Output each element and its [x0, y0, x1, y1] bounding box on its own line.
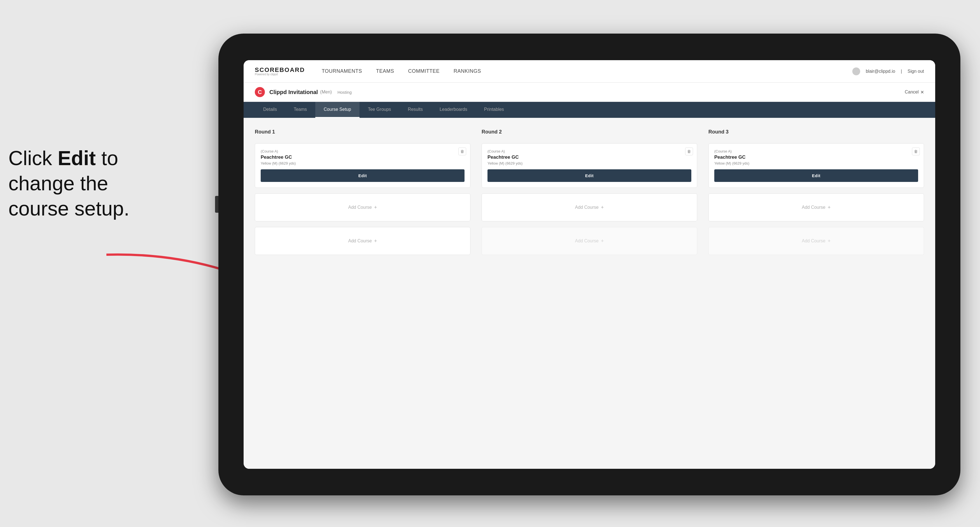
- tab-results[interactable]: Results: [399, 102, 431, 118]
- logo-sub: Powered by clippd: [255, 73, 305, 76]
- nav-rankings[interactable]: RANKINGS: [453, 68, 481, 74]
- round-1-add-course-1[interactable]: Add Course +: [255, 227, 470, 255]
- round-1-add-course-0[interactable]: Add Course +: [255, 194, 470, 221]
- round-1-course-info-0: Yellow (M) (6629 yds): [261, 161, 465, 165]
- user-avatar: [852, 67, 860, 75]
- instruction-text: Click Edit to change the course setup.: [0, 146, 162, 221]
- round-1-course-card-0: (Course A) Peachtree GC Yellow (M) (6629…: [255, 143, 470, 188]
- add-course-label-r3-0: Add Course: [802, 205, 826, 210]
- logo-main: SCOREBOARD: [255, 67, 305, 73]
- plus-icon-r2-1: +: [601, 238, 604, 244]
- round-1-delete-btn-0[interactable]: 🗑: [458, 148, 466, 156]
- tab-teams[interactable]: Teams: [285, 102, 315, 118]
- tab-bar: Details Teams Course Setup Tee Groups Re…: [243, 102, 935, 118]
- round-3-add-course-1: Add Course +: [708, 227, 924, 255]
- tab-course-setup[interactable]: Course Setup: [315, 102, 360, 118]
- cancel-button[interactable]: Cancel ✕: [905, 90, 924, 95]
- tournament-status: Hosting: [337, 90, 352, 95]
- round-1-course-name-0: Peachtree GC: [261, 154, 465, 160]
- top-navigation: SCOREBOARD Powered by clippd TOURNAMENTS…: [243, 60, 935, 83]
- plus-icon-r3-1: +: [828, 238, 831, 244]
- nav-tournaments[interactable]: TOURNAMENTS: [322, 68, 362, 74]
- add-course-label-r1-1: Add Course: [348, 238, 372, 243]
- instruction-part1: Click: [8, 147, 58, 169]
- round-3-course-card-0: (Course A) Peachtree GC Yellow (M) (6629…: [708, 143, 924, 188]
- round-3-add-course-0[interactable]: Add Course +: [708, 194, 924, 221]
- round-3-delete-btn-0[interactable]: 🗑: [912, 148, 920, 156]
- trash-icon-r2: 🗑: [687, 149, 691, 154]
- round-3-title: Round 3: [708, 129, 924, 135]
- tab-details[interactable]: Details: [255, 102, 285, 118]
- trash-icon: 🗑: [460, 149, 464, 154]
- separator: |: [901, 69, 902, 74]
- nav-right: blair@clippd.io | Sign out: [852, 67, 924, 75]
- nav-committee[interactable]: COMMITTEE: [408, 68, 440, 74]
- rounds-container: Round 1 (Course A) Peachtree GC Yellow (…: [255, 129, 924, 255]
- round-2-delete-btn-0[interactable]: 🗑: [685, 148, 693, 156]
- add-course-label-r3-1: Add Course: [802, 238, 826, 243]
- tournament-gender: (Men): [320, 90, 332, 95]
- tab-leaderboards[interactable]: Leaderboards: [431, 102, 476, 118]
- round-2-course-label-0: (Course A): [487, 149, 691, 153]
- round-2-course-name-0: Peachtree GC: [487, 154, 691, 160]
- plus-icon-r2-0: +: [601, 205, 604, 211]
- tablet-shell: SCOREBOARD Powered by clippd TOURNAMENTS…: [218, 33, 960, 495]
- add-course-label-r2-0: Add Course: [575, 205, 599, 210]
- cancel-label: Cancel: [905, 90, 919, 95]
- round-2-course-info-0: Yellow (M) (6629 yds): [487, 161, 691, 165]
- trash-icon-r3: 🗑: [914, 149, 918, 154]
- nav-links: TOURNAMENTS TEAMS COMMITTEE RANKINGS: [322, 68, 481, 74]
- logo: SCOREBOARD Powered by clippd: [255, 67, 305, 76]
- round-3-course-info-0: Yellow (M) (6629 yds): [714, 161, 918, 165]
- tab-printables[interactable]: Printables: [476, 102, 512, 118]
- round-1-edit-btn-0[interactable]: Edit: [261, 169, 465, 182]
- round-2-course-card-0: (Course A) Peachtree GC Yellow (M) (6629…: [482, 143, 697, 188]
- round-2-add-course-0[interactable]: Add Course +: [482, 194, 697, 221]
- round-2-column: Round 2 (Course A) Peachtree GC Yellow (…: [482, 129, 697, 255]
- add-course-label-r1-0: Add Course: [348, 205, 372, 210]
- plus-icon-r1-1: +: [374, 238, 377, 244]
- nav-teams[interactable]: TEAMS: [376, 68, 394, 74]
- tournament-logo: C: [255, 87, 265, 97]
- round-3-column: Round 3 (Course A) Peachtree GC Yellow (…: [708, 129, 924, 255]
- tournament-header: C Clippd Invitational (Men) Hosting Canc…: [243, 83, 935, 102]
- round-2-title: Round 2: [482, 129, 697, 135]
- tablet-screen: SCOREBOARD Powered by clippd TOURNAMENTS…: [243, 60, 935, 469]
- main-content: Round 1 (Course A) Peachtree GC Yellow (…: [243, 118, 935, 469]
- user-email: blair@clippd.io: [866, 69, 895, 74]
- round-3-course-label-0: (Course A): [714, 149, 918, 153]
- instruction-bold: Edit: [58, 147, 96, 169]
- round-2-add-course-1: Add Course +: [482, 227, 697, 255]
- sign-out-link[interactable]: Sign out: [907, 69, 924, 74]
- round-1-course-label-0: (Course A): [261, 149, 465, 153]
- cancel-icon: ✕: [920, 90, 924, 95]
- add-course-label-r2-1: Add Course: [575, 238, 599, 243]
- round-1-title: Round 1: [255, 129, 470, 135]
- tab-tee-groups[interactable]: Tee Groups: [360, 102, 399, 118]
- round-2-edit-btn-0[interactable]: Edit: [487, 169, 691, 182]
- tournament-name: Clippd Invitational: [269, 89, 318, 95]
- round-1-column: Round 1 (Course A) Peachtree GC Yellow (…: [255, 129, 470, 255]
- round-3-edit-btn-0[interactable]: Edit: [714, 169, 918, 182]
- plus-icon-r1-0: +: [374, 205, 377, 211]
- round-3-course-name-0: Peachtree GC: [714, 154, 918, 160]
- plus-icon-r3-0: +: [828, 205, 831, 211]
